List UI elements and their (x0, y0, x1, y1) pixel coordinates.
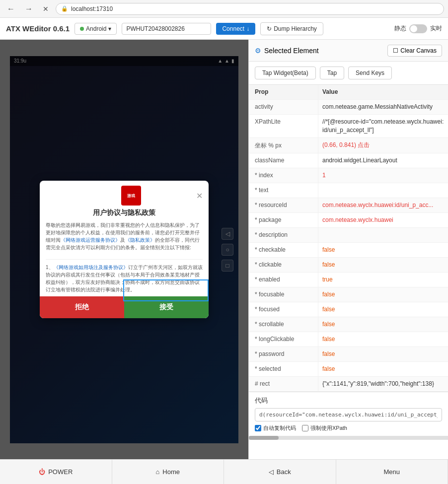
table-row: * enabled true (249, 273, 448, 287)
prop-key-description: * description (249, 228, 318, 242)
address-bar[interactable]: 🔒 localhost:17310 (56, 3, 444, 15)
auto-copy-text: 自动复制代码 (263, 424, 296, 432)
table-row: * focused false (249, 302, 448, 317)
dialog-logo-text: 游戏 (127, 193, 135, 199)
scrollbar-thumb[interactable] (249, 436, 279, 440)
prop-val-description (318, 228, 448, 242)
prop-val-coords[interactable]: (0.66, 0.841) 点击 (318, 138, 448, 153)
dialog-close-button[interactable]: ✕ (196, 191, 203, 201)
code-options: 自动复制代码 强制使用XPath (255, 424, 442, 432)
table-row: * text (249, 183, 448, 198)
value-column-header: Value (318, 85, 448, 99)
prop-key-index: * index (249, 168, 318, 183)
prop-val-scrollable: false (318, 317, 448, 332)
properties-table: Prop Value activity com.netease.game.Mes… (249, 85, 448, 459)
tap-widget-button[interactable]: Tap Widget(Beta) (255, 67, 316, 79)
dump-refresh-icon: ↻ (267, 25, 272, 32)
back-label: Back (277, 468, 291, 476)
lock-icon: 🔒 (61, 5, 68, 12)
agreement-link[interactable]: 《网络游戏如用场注及服务协议》 (54, 265, 128, 270)
table-row: * package com.netease.wyclx.huawei (249, 213, 448, 228)
code-input[interactable] (255, 408, 442, 421)
power-button[interactable]: ⏻ POWER (0, 460, 112, 484)
forward-nav-button[interactable]: → (22, 2, 36, 15)
table-row: * focusable false (249, 287, 448, 302)
prop-key-focusable: * focusable (249, 287, 318, 302)
clear-canvas-box-icon: ☐ (393, 47, 398, 54)
home-icon: ⌂ (155, 468, 159, 476)
back-arrow-icon: ◁ (269, 468, 274, 476)
table-row: * index 1 (249, 168, 448, 183)
table-row: * resourceId com.netease.wyclx.huawei:id… (249, 198, 448, 213)
app-title: ATX WEditor 0.6.1 (6, 24, 70, 33)
accept-button[interactable]: 接受 (124, 296, 209, 318)
table-row: * scrollable false (249, 317, 448, 332)
toggle-knob (410, 25, 417, 32)
android-dropdown[interactable]: Android ▾ (75, 23, 117, 35)
tap-button[interactable]: Tap (320, 67, 344, 79)
dialog-divider (46, 259, 203, 260)
power-icon: ⏻ (39, 468, 45, 476)
prop-column-header: Prop (249, 85, 318, 99)
prop-val-selected: false (318, 362, 448, 376)
dialog-title: 用户协议与隐私政策 (40, 208, 209, 221)
menu-area: Menu (336, 460, 448, 484)
prop-key-scrollable: * scrollable (249, 317, 318, 332)
prop-val-package: com.netease.wyclx.huawei (318, 213, 448, 227)
force-xpath-label[interactable]: 强制使用XPath (302, 424, 347, 432)
prop-key-classname: className (249, 153, 318, 168)
reject-button[interactable]: 拒绝 (40, 296, 124, 318)
back-button[interactable]: ◁ Back (224, 460, 336, 484)
code-section: 代码 自动复制代码 强制使用XPath (249, 392, 448, 436)
horizontal-scrollbar[interactable] (249, 436, 448, 440)
bottom-bar: ⏻ POWER ⌂ Home ◁ Back Menu (0, 459, 448, 484)
clear-canvas-button[interactable]: ☐ Clear Canvas (387, 45, 442, 57)
prop-key-password: * password (249, 347, 318, 361)
realtime-toggle[interactable] (409, 24, 427, 33)
prop-key-xpathlite: XPathLite (249, 115, 318, 138)
prop-val-longclickable: false (318, 332, 448, 346)
dialog-buttons: 拒绝 接受 (40, 296, 209, 318)
table-row: * checkable false (249, 243, 448, 258)
table-row: * description (249, 228, 448, 243)
send-keys-button[interactable]: Send Keys (348, 67, 392, 79)
prop-val-clickable: false (318, 258, 448, 272)
props-panel-title: Selected Element (264, 47, 319, 55)
close-tab-button[interactable]: ✕ (40, 3, 52, 15)
dialog-header: 游戏 ✕ (40, 181, 209, 208)
prop-key-checkable: * checkable (249, 243, 318, 257)
prop-val-resourceid: com.netease.wyclx.huawei:id/uni_p_acc... (318, 198, 448, 212)
prop-val-activity: com.netease.game.MessiahNativeActivity (318, 100, 448, 114)
connect-button[interactable]: Connect ↓ (216, 23, 255, 35)
back-nav-button[interactable]: ← (4, 2, 18, 15)
table-row: 坐标 % px (0.66, 0.841) 点击 (249, 138, 448, 153)
force-xpath-checkbox[interactable] (302, 425, 308, 431)
table-row: activity com.netease.game.MessiahNativeA… (249, 100, 448, 115)
dialog-content: 1、《网络游戏如用场注及服务协议》订立于广州市天河区，如双方就该协议的内容或其行… (40, 264, 209, 296)
prop-val-password: false (318, 347, 448, 361)
connect-arrow-icon: ↓ (246, 25, 249, 32)
dump-hierarchy-button[interactable]: ↻ Dump Hierarchy (260, 22, 323, 35)
prop-key-focused: * focused (249, 302, 318, 317)
privacy-link[interactable]: 《网络游戏运营服务协议》 (61, 237, 120, 243)
table-row: XPathLite //*[@resource-id="com.netease.… (249, 115, 448, 138)
prop-val-classname: android.widget.LinearLayout (318, 153, 448, 168)
prop-key-enabled: * enabled (249, 273, 318, 287)
privacy-policy-link[interactable]: 《隐私政策》 (125, 237, 155, 243)
android-label: Android (86, 25, 106, 32)
device-screen: 31:9u ▲ ▲ ▮ 游戏 ✕ 用户协议与隐私 (10, 56, 238, 443)
prop-val-enabled: true (318, 273, 448, 287)
android-status-dot (80, 27, 84, 31)
auto-copy-checkbox[interactable] (255, 425, 261, 431)
auto-copy-label[interactable]: 自动复制代码 (255, 424, 296, 432)
power-label: POWER (48, 468, 73, 476)
dialog-body: 尊敬的您选择网易游戏，我们非常重视您的个人信息和隐私保护，为了更好地保障您的个人… (40, 221, 209, 255)
device-id-input[interactable] (122, 23, 211, 35)
app-header: ATX WEditor 0.6.1 Android ▾ Connect ↓ ↻ … (0, 18, 448, 40)
prop-val-text (318, 183, 448, 198)
prop-val-rect: {"x":1141,"y":819,"width":700,"height":1… (318, 377, 448, 391)
home-button[interactable]: ⌂ Home (112, 460, 224, 484)
properties-panel: ⚙ Selected Element ☐ Clear Canvas Tap Wi… (248, 40, 448, 459)
dialog-box: 游戏 ✕ 用户协议与隐私政策 尊敬的您选择网易游戏，我们非常重视您的个人信息和隐… (40, 181, 209, 318)
prop-key-resourceid: * resourceId (249, 198, 318, 212)
